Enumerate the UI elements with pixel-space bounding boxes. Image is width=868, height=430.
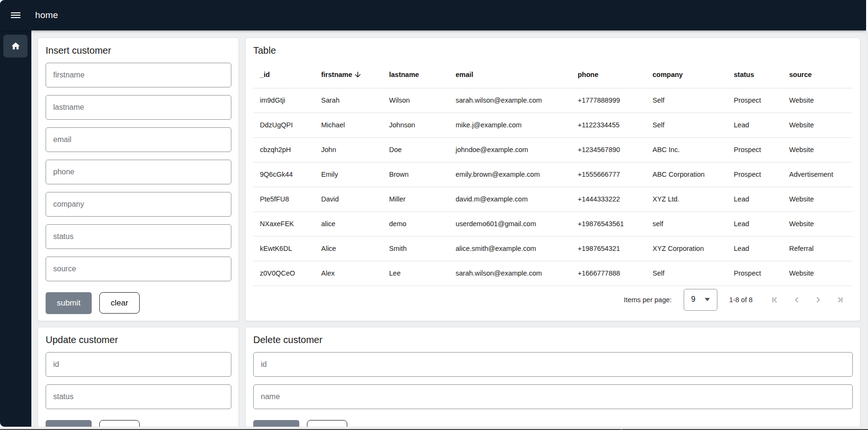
table-cell: Pte5fFU8 (253, 187, 315, 211)
table-row[interactable]: Pte5fFU8DavidMillerdavid.m@example.com+1… (253, 187, 852, 211)
update-status-input[interactable] (53, 392, 224, 401)
delete-id-field (253, 352, 853, 377)
table-cell: +1555666777 (571, 162, 646, 187)
first-page-button[interactable] (766, 290, 785, 309)
items-per-page-label: Items per page: (624, 296, 672, 304)
insert-submit-button[interactable]: submit (46, 292, 92, 314)
table-cell: DdzUgQPI (253, 113, 315, 137)
table-row[interactable]: kEwtK6DLAliceSmithalice.smith@example.co… (253, 236, 852, 261)
column-header-lastname[interactable]: lastname (382, 63, 449, 88)
table-cell: demo (382, 211, 449, 236)
previous-page-button[interactable] (787, 290, 806, 309)
table-card: Table _idfirstnamelastnameemailphonecomp… (245, 38, 860, 321)
update-id-field (46, 352, 231, 377)
delete-card-title: Delete customer (246, 327, 860, 346)
table-cell: XYZ Corporation (646, 236, 727, 261)
dropdown-arrow-icon (705, 298, 710, 301)
insert-status-input[interactable] (53, 232, 224, 241)
insert-firstname-field (46, 63, 231, 87)
table-cell: emily.brown@example.com (449, 162, 571, 187)
insert-firstname-input[interactable] (53, 71, 224, 79)
update-submit-button[interactable]: submit (46, 420, 92, 427)
paginator-range-label: 1-8 of 8 (729, 296, 753, 304)
insert-email-input[interactable] (53, 135, 224, 144)
table-row[interactable]: DdzUgQPIMichaelJohnsonmike.j@example.com… (253, 113, 852, 137)
insert-clear-button[interactable]: clear (99, 292, 140, 314)
table-cell: Johnson (382, 113, 449, 137)
main-content: Insert customer submitclear Table _idfir… (31, 30, 866, 427)
column-header-firstname[interactable]: firstname (315, 63, 382, 88)
column-header-id[interactable]: _id (253, 63, 315, 88)
next-page-icon (812, 294, 824, 306)
update-customer-card: Update customer submitclear (38, 327, 239, 427)
update-card-title: Update customer (38, 327, 238, 346)
last-page-icon (834, 294, 845, 306)
table-cell: mike.j@example.com (449, 113, 571, 137)
delete-submit-button[interactable]: submit (253, 420, 299, 427)
table-cell: Lead (727, 236, 783, 261)
page-size-select[interactable]: 9 (684, 289, 717, 311)
table-cell: userdemo601@gmail.com (449, 211, 571, 236)
table-cell: Website (782, 211, 852, 236)
insert-lastname-input[interactable] (53, 103, 224, 112)
column-header-source[interactable]: source (782, 63, 852, 88)
last-page-button[interactable] (830, 290, 849, 309)
delete-name-field (253, 384, 853, 409)
insert-source-input[interactable] (53, 265, 224, 273)
table-cell: +1444333222 (571, 187, 646, 211)
table-cell: Website (782, 88, 852, 113)
home-icon (10, 41, 20, 51)
table-cell: alice.smith@example.com (449, 236, 571, 261)
table-cell: cbzqh2pH (253, 137, 315, 162)
update-clear-button[interactable]: clear (99, 420, 140, 427)
table-cell: Website (782, 187, 852, 211)
column-header-status[interactable]: status (727, 63, 783, 88)
table-cell: ABC Corporation (646, 162, 727, 187)
delete-clear-button[interactable]: clear (307, 420, 347, 427)
insert-email-field (46, 127, 231, 152)
table-row[interactable]: 9Q6cGk44EmilyBrownemily.brown@example.co… (253, 162, 852, 187)
table-paginator: Items per page: 9 1-8 of 8 (624, 285, 844, 314)
top-toolbar: home (0, 0, 866, 30)
table-row[interactable]: NXaxeFEKalicedemouserdemo601@gmail.com+1… (253, 211, 852, 236)
table-cell: Prospect (727, 88, 783, 113)
table-cell: z0V0QCeO (253, 261, 315, 286)
table-cell: Prospect (727, 261, 783, 286)
column-header-phone[interactable]: phone (571, 63, 646, 88)
table-row[interactable]: cbzqh2pHJohnDoejohndoe@example.com+12345… (253, 137, 852, 162)
page-title: home (35, 10, 58, 20)
table-cell: 9Q6cGk44 (253, 162, 315, 187)
table-cell: Wilson (382, 88, 449, 113)
column-header-company[interactable]: company (646, 63, 727, 88)
table-row[interactable]: im9dGtjiSarahWilsonsarah.wilson@example.… (253, 88, 852, 113)
table-cell: Lead (727, 211, 783, 236)
table-cell: Website (782, 113, 852, 137)
table-cell: Lead (727, 113, 783, 137)
table-cell: Self (646, 113, 727, 137)
table-cell: ABC Inc. (646, 137, 727, 162)
page-size-value: 9 (691, 295, 696, 304)
insert-source-field (46, 257, 231, 281)
table-cell: Prospect (727, 162, 783, 187)
first-page-icon (770, 294, 781, 306)
hamburger-menu-icon[interactable] (11, 12, 20, 18)
table-cell: alice (315, 211, 382, 236)
insert-company-input[interactable] (53, 200, 224, 209)
insert-status-field (46, 224, 231, 249)
table-cell: Sarah (315, 88, 382, 113)
update-id-input[interactable] (53, 360, 224, 369)
table-cell: Emily (315, 162, 382, 187)
insert-phone-input[interactable] (53, 168, 224, 176)
next-page-button[interactable] (809, 290, 828, 309)
table-cell: Michael (315, 113, 382, 137)
delete-id-input[interactable] (261, 360, 845, 369)
table-cell: +1987654321 (571, 236, 646, 261)
sort-arrow-down-icon (353, 70, 362, 79)
insert-phone-field (46, 160, 231, 184)
table-cell: +1234567890 (571, 137, 646, 162)
table-row[interactable]: z0V0QCeOAlexLeesarah.wilson@example.com+… (253, 261, 852, 286)
delete-name-input[interactable] (261, 392, 845, 401)
sidebar-item-home[interactable] (3, 35, 28, 57)
insert-company-field (46, 192, 231, 217)
column-header-email[interactable]: email (449, 63, 571, 88)
